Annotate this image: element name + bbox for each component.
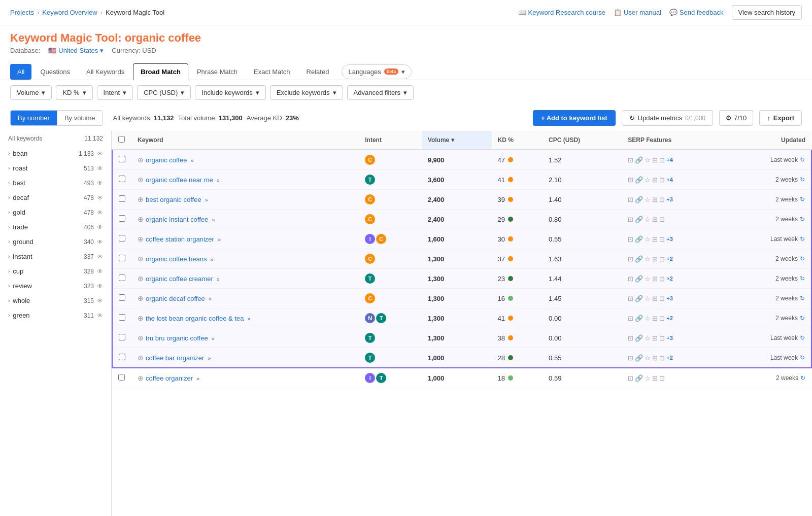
sidebar-item[interactable]: › best 493 👁: [0, 176, 111, 190]
refresh-icon[interactable]: ↻: [800, 334, 805, 341]
database-link[interactable]: 🇺🇸 United States ▾: [48, 47, 104, 54]
send-feedback-link[interactable]: 💬 Send feedback: [669, 9, 724, 16]
row-checkbox[interactable]: [119, 294, 125, 301]
sidebar-item-label: decaf: [13, 194, 29, 201]
kd-filter[interactable]: KD % ▾: [56, 85, 92, 100]
refresh-icon[interactable]: ↻: [800, 275, 805, 282]
eye-icon[interactable]: 👁: [97, 283, 103, 290]
keyword-link[interactable]: ⊕coffee station organizer »: [138, 235, 221, 243]
table-row: ⊕organic coffee » C 9,900 47 1.52 ⊡ 🔗 ☆ …: [112, 150, 811, 170]
refresh-icon[interactable]: ↻: [800, 196, 805, 203]
header-volume[interactable]: Volume ▾: [422, 131, 492, 150]
refresh-icon[interactable]: ↻: [800, 176, 805, 183]
tab-related[interactable]: Related: [299, 63, 337, 80]
sidebar-item[interactable]: › ground 340 👁: [0, 234, 111, 249]
breadcrumb-projects[interactable]: Projects: [10, 9, 34, 16]
tab-exact-match[interactable]: Exact Match: [246, 63, 298, 80]
tab-all-keywords[interactable]: All Keywords: [79, 63, 132, 80]
tab-questions[interactable]: Questions: [32, 63, 78, 80]
refresh-icon[interactable]: ↻: [800, 156, 805, 163]
serp-icons-container: ⊡ 🔗 ☆ ⊞ ⊡ +3: [628, 196, 720, 203]
row-checkbox[interactable]: [119, 156, 125, 162]
keyword-link[interactable]: ⊕the lost bean organic coffee & tea »: [138, 315, 251, 322]
keyword-link[interactable]: ⊕organic coffee beans »: [138, 255, 214, 263]
refresh-icon[interactable]: ↻: [800, 315, 805, 322]
sidebar-item[interactable]: › review 323 👁: [0, 279, 111, 293]
row-checkbox[interactable]: [119, 255, 125, 261]
updated-cell: 2 weeks ↻: [726, 249, 811, 269]
refresh-icon[interactable]: ↻: [800, 354, 805, 361]
keyword-link[interactable]: ⊕organic coffee creamer »: [138, 275, 220, 283]
eye-icon[interactable]: 👁: [97, 297, 103, 304]
sort-by-number[interactable]: By number: [11, 111, 57, 125]
volume-filter[interactable]: Volume ▾: [10, 85, 52, 100]
tab-phrase-match[interactable]: Phrase Match: [189, 63, 245, 80]
refresh-icon[interactable]: ↻: [800, 216, 805, 223]
keyword-link[interactable]: ⊕coffee organizer »: [138, 374, 199, 382]
row-checkbox[interactable]: [118, 374, 125, 381]
keyword-link[interactable]: ⊕coffee bar organizer »: [138, 354, 211, 362]
refresh-icon[interactable]: ↻: [800, 255, 805, 262]
sidebar-item-count: 328: [84, 268, 94, 275]
research-course-link[interactable]: 📖 Keyword Research course: [518, 9, 605, 16]
refresh-icon[interactable]: ↻: [800, 374, 805, 382]
keyword-link[interactable]: ⊕organic coffee near me »: [138, 176, 220, 184]
row-checkbox[interactable]: [119, 314, 125, 321]
row-checkbox[interactable]: [119, 354, 125, 360]
keyword-link[interactable]: ⊕organic coffee »: [138, 156, 194, 164]
row-checkbox[interactable]: [119, 274, 125, 281]
view-history-button[interactable]: View search history: [732, 5, 802, 20]
include-keywords-filter[interactable]: Include keywords ▾: [195, 85, 265, 100]
keyword-link[interactable]: ⊕organic decaf coffee »: [138, 295, 212, 302]
sidebar-item[interactable]: › trade 406 👁: [0, 220, 111, 234]
serp-star-icon: ☆: [645, 176, 651, 184]
keyword-arrows-icon: »: [206, 355, 211, 361]
tab-all[interactable]: All: [10, 64, 31, 80]
eye-icon[interactable]: 👁: [97, 209, 103, 216]
table-container[interactable]: Keyword Intent Volume ▾ KD % CPC (USD) S…: [112, 131, 812, 516]
sidebar-item[interactable]: › gold 478 👁: [0, 205, 111, 220]
advanced-filters[interactable]: Advanced filters ▾: [347, 85, 414, 100]
add-to-keyword-list-button[interactable]: + Add to keyword list: [533, 110, 616, 126]
eye-icon[interactable]: 👁: [97, 238, 103, 246]
keyword-arrows-icon: »: [216, 236, 221, 243]
sidebar-item[interactable]: › decaf 478 👁: [0, 190, 111, 205]
intent-filter[interactable]: Intent ▾: [97, 85, 133, 100]
select-all-checkbox[interactable]: [118, 136, 125, 143]
refresh-icon[interactable]: ↻: [800, 235, 805, 243]
tab-languages[interactable]: Languages beta ▾: [342, 64, 412, 79]
cpc-filter[interactable]: CPC (USD) ▾: [137, 85, 191, 100]
sidebar-item[interactable]: › cup 328 👁: [0, 264, 111, 279]
serp-plus-count: +3: [666, 196, 673, 202]
row-checkbox[interactable]: [119, 215, 125, 222]
eye-icon[interactable]: 👁: [97, 180, 103, 187]
row-checkbox[interactable]: [119, 334, 125, 340]
eye-icon[interactable]: 👁: [97, 150, 103, 157]
eye-icon[interactable]: 👁: [97, 224, 103, 231]
row-checkbox[interactable]: [119, 195, 125, 202]
eye-icon[interactable]: 👁: [97, 194, 103, 201]
keyword-link[interactable]: ⊕best organic coffee »: [138, 196, 208, 203]
sort-by-volume[interactable]: By volume: [57, 111, 103, 125]
sidebar-item[interactable]: › whole 315 👁: [0, 293, 111, 308]
exclude-keywords-filter[interactable]: Exclude keywords ▾: [270, 85, 343, 100]
eye-icon[interactable]: 👁: [97, 253, 103, 260]
row-checkbox[interactable]: [119, 235, 125, 242]
row-checkbox[interactable]: [119, 176, 125, 182]
sidebar-item[interactable]: › roast 513 👁: [0, 161, 111, 176]
update-metrics-button[interactable]: ↻ Update metrics 0/1,000: [622, 110, 713, 126]
eye-icon[interactable]: 👁: [97, 312, 103, 319]
settings-button[interactable]: ⚙ 7/10: [719, 110, 753, 126]
keyword-link[interactable]: ⊕tru bru organic coffee »: [138, 334, 215, 342]
eye-icon[interactable]: 👁: [97, 268, 103, 275]
sidebar-item[interactable]: › green 311 👁: [0, 308, 111, 323]
user-manual-link[interactable]: 📋 User manual: [614, 9, 661, 16]
breadcrumb-overview[interactable]: Keyword Overview: [42, 9, 97, 16]
tab-broad-match[interactable]: Broad Match: [133, 63, 188, 80]
refresh-icon[interactable]: ↻: [800, 295, 805, 302]
eye-icon[interactable]: 👁: [97, 165, 103, 172]
sidebar-item[interactable]: › bean 1,133 👁: [0, 146, 111, 161]
keyword-link[interactable]: ⊕organic instant coffee »: [138, 216, 215, 223]
sidebar-item[interactable]: › instant 337 👁: [0, 249, 111, 264]
export-button[interactable]: ↑ Export: [759, 110, 802, 126]
